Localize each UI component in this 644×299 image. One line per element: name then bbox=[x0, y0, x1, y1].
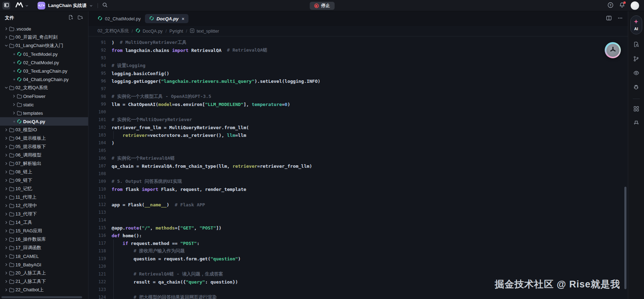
code-line-104[interactable]: 104) bbox=[88, 139, 628, 147]
code-line-118[interactable]: 118 # 接收用户输入作为问题 bbox=[88, 247, 628, 255]
chevron-right-icon[interactable] bbox=[4, 137, 9, 140]
line-number[interactable]: 112 bbox=[93, 202, 106, 207]
line-number[interactable]: 118 bbox=[93, 248, 106, 253]
code-line-109[interactable]: 109# 5. Output 问答系统的UI实现 bbox=[88, 178, 628, 185]
split-editor-button[interactable] bbox=[606, 15, 612, 22]
tree-item-02_ChatModel.py[interactable]: 02_ChatModel.py bbox=[0, 58, 88, 67]
code-line-97[interactable]: 97 bbox=[88, 85, 628, 93]
chevron-right-icon[interactable] bbox=[4, 271, 9, 275]
tree-item-static[interactable]: static bbox=[0, 100, 88, 109]
extensions-button[interactable] bbox=[633, 106, 639, 113]
breadcrumb-symbol[interactable]: text_splitter bbox=[190, 28, 219, 34]
tree-item-01_LangChain快速入门[interactable]: 01_LangChain快速入门 bbox=[0, 41, 88, 50]
line-number[interactable]: 91 bbox=[93, 40, 106, 45]
line-number[interactable]: 100 bbox=[93, 109, 106, 114]
chevron-right-icon[interactable] bbox=[4, 170, 9, 174]
line-number[interactable]: 98 bbox=[93, 94, 106, 99]
code-line-124[interactable]: 124 # 把大模型的回答结果返回网页进行渲染 bbox=[88, 293, 628, 299]
tree-item-00_开篇词_奇点时刻[interactable]: 00_开篇词_奇点时刻 bbox=[0, 33, 88, 41]
project-switcher[interactable]: </> LangChain 实战课 bbox=[38, 2, 93, 9]
code-line-113[interactable]: 113 bbox=[88, 208, 628, 216]
tree-item-20_人脉工具上[interactable]: 20_人脉工具上 bbox=[0, 269, 88, 277]
line-number[interactable]: 94 bbox=[93, 63, 106, 68]
code-line-108[interactable]: 108 bbox=[88, 170, 628, 178]
tree-item-06_调用模型[interactable]: 06_调用模型 bbox=[0, 151, 88, 159]
line-number[interactable]: 95 bbox=[93, 71, 106, 76]
chevron-right-icon[interactable] bbox=[4, 254, 9, 258]
line-number[interactable]: 105 bbox=[93, 148, 106, 153]
horizontal-scrollbar[interactable] bbox=[1, 296, 82, 298]
tree-item-OneFlower[interactable]: OneFlower bbox=[0, 92, 88, 100]
code-line-106[interactable]: 106# 实例化一个RetrievalQA链 bbox=[88, 154, 628, 162]
tree-item-18_CAMEL[interactable]: 18_CAMEL bbox=[0, 252, 88, 260]
chevron-right-icon[interactable] bbox=[4, 221, 9, 224]
debug-button[interactable] bbox=[633, 84, 639, 92]
sidebar-toggle-button[interactable] bbox=[2, 2, 10, 9]
breadcrumb-pyright[interactable]: Pyright bbox=[170, 29, 183, 34]
code-line-105[interactable]: 105 bbox=[88, 147, 628, 154]
line-number[interactable]: 92 bbox=[93, 48, 106, 53]
preview-button[interactable] bbox=[633, 70, 639, 77]
line-number[interactable]: 102 bbox=[93, 125, 106, 130]
tree-item-03_模型IO[interactable]: 03_模型IO bbox=[0, 126, 88, 134]
notifications-button[interactable] bbox=[619, 2, 625, 9]
tab-02-chatmodel[interactable]: 02_ChatModel.py bbox=[93, 14, 145, 23]
line-number[interactable]: 99 bbox=[93, 102, 106, 107]
ai-panel-button[interactable]: AI bbox=[630, 15, 642, 34]
tree-item-16_操作数据库[interactable]: 16_操作数据库 bbox=[0, 235, 88, 244]
help-button[interactable]: ? bbox=[608, 2, 613, 9]
tree-item-02_文档QA系统[interactable]: 02_文档QA系统 bbox=[0, 84, 88, 92]
new-file-button[interactable] bbox=[68, 15, 73, 21]
line-number[interactable]: 119 bbox=[93, 256, 106, 261]
vertical-scrollbar[interactable] bbox=[624, 187, 626, 289]
line-number[interactable]: 109 bbox=[93, 179, 106, 184]
chevron-right-icon[interactable] bbox=[4, 204, 9, 207]
breadcrumb-folder[interactable]: 02_文档QA系统 bbox=[98, 28, 129, 34]
chevron-right-icon[interactable] bbox=[4, 187, 9, 191]
more-actions-button[interactable] bbox=[617, 15, 623, 22]
tree-item-12_代理中[interactable]: 12_代理中 bbox=[0, 201, 88, 210]
chevron-right-icon[interactable] bbox=[4, 35, 9, 39]
line-number[interactable]: 93 bbox=[93, 55, 106, 60]
chevron-right-icon[interactable] bbox=[4, 128, 9, 132]
chevron-right-icon[interactable] bbox=[4, 212, 9, 216]
chevron-right-icon[interactable] bbox=[4, 153, 9, 157]
line-number[interactable]: 107 bbox=[93, 164, 106, 168]
code-line-96[interactable]: 96logging.getLogger("langchain.retriever… bbox=[88, 77, 628, 85]
code-line-101[interactable]: 101# 实例化一个MultiQueryRetriever bbox=[88, 116, 628, 124]
chevron-right-icon[interactable] bbox=[4, 145, 9, 148]
line-number[interactable]: 106 bbox=[93, 156, 106, 161]
code-line-121[interactable]: 121 # RetrievalQA链 - 读入问题，生成答案 bbox=[88, 270, 628, 278]
breadcrumb-file[interactable]: DocQA.py bbox=[135, 28, 162, 34]
code-line-94[interactable]: 94# 设置Logging bbox=[88, 62, 628, 69]
code-line-115[interactable]: 115@app.route("/", methods=["GET", "POST… bbox=[88, 224, 628, 232]
stop-button[interactable]: 停止 bbox=[310, 2, 334, 10]
user-avatar[interactable] bbox=[631, 1, 639, 10]
code-line-119[interactable]: 119 question = request.form.get("questio… bbox=[88, 255, 628, 263]
code-line-100[interactable]: 100 bbox=[88, 108, 628, 116]
tree-item-.vscode[interactable]: .vscode bbox=[0, 25, 88, 33]
line-number[interactable]: 116 bbox=[93, 233, 106, 238]
code-line-92[interactable]: 92from langchain.chains import Retrieval… bbox=[88, 46, 628, 54]
file-search-button[interactable] bbox=[633, 41, 639, 49]
line-number[interactable]: 123 bbox=[93, 287, 106, 292]
search-button[interactable] bbox=[102, 2, 108, 9]
line-number[interactable]: 104 bbox=[93, 140, 106, 145]
chevron-right-icon[interactable] bbox=[11, 94, 17, 98]
chevron-right-icon[interactable] bbox=[4, 162, 9, 165]
code-line-120[interactable]: 120 bbox=[88, 263, 628, 270]
tab-docqa[interactable]: DocQA.py × bbox=[145, 14, 188, 23]
line-number[interactable]: 114 bbox=[93, 218, 106, 222]
code-line-99[interactable]: 99llm = ChatOpenAI(model=os.environ["LLM… bbox=[88, 100, 628, 108]
chevron-right-icon[interactable] bbox=[4, 27, 9, 31]
chevron-right-icon[interactable] bbox=[4, 229, 9, 233]
code-line-116[interactable]: 116def home(): bbox=[88, 232, 628, 239]
ai-assistant-badge[interactable] bbox=[605, 42, 621, 58]
line-number[interactable]: 96 bbox=[93, 79, 106, 84]
chevron-right-icon[interactable] bbox=[4, 246, 9, 250]
code-line-114[interactable]: 114 bbox=[88, 216, 628, 224]
line-number[interactable]: 121 bbox=[93, 272, 106, 277]
chevron-right-icon[interactable] bbox=[4, 238, 9, 241]
tree-item-01_TextModel.py[interactable]: 01_TextModel.py bbox=[0, 50, 88, 58]
app-menu[interactable] bbox=[15, 2, 28, 9]
